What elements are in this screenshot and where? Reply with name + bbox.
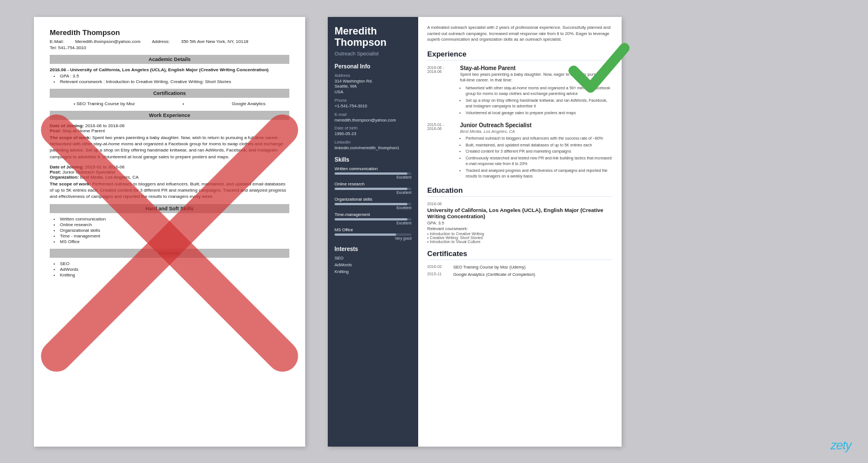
left-cert-1: Google Analytics bbox=[232, 101, 266, 106]
list-item: Networked with other stay-at-home moms a… bbox=[466, 85, 613, 97]
list-item: Built, maintained, and updated email dat… bbox=[466, 142, 613, 149]
list-item: Performed outreach to bloggers and influ… bbox=[466, 136, 613, 142]
list-item: Tracked and analyzed progress and effect… bbox=[466, 168, 613, 180]
exp-job-title: Junior Outreach Specialist bbox=[460, 122, 613, 128]
skill-bar-bg bbox=[335, 233, 411, 236]
skill-bar-bg bbox=[335, 172, 411, 175]
skill-name: Organizational skills bbox=[335, 197, 411, 202]
skill-bar-fill bbox=[335, 233, 396, 236]
left-certs-row: • SEO Training Course by Moz • Google An… bbox=[50, 101, 289, 106]
interest-item: SEO bbox=[335, 256, 411, 261]
edu-right-block: 2016-06 University of California, Los An… bbox=[427, 201, 613, 244]
left-address-label: Address: bbox=[152, 39, 170, 44]
list-item: Written communication bbox=[60, 217, 289, 222]
interest-item: Knitting bbox=[335, 269, 411, 274]
list-item: Created content for 3 different PR and m… bbox=[466, 149, 613, 155]
exp-details: Junior Outreach SpecialistBest Media, Lo… bbox=[460, 122, 613, 180]
exp-job-title: Stay-at-Home Parent bbox=[460, 65, 613, 71]
email-value: meredith.thompson@yahoo.com bbox=[335, 118, 411, 123]
left-contact-row: E-Mail: Meredith.thompson@yahoo.com Addr… bbox=[50, 39, 289, 44]
course-item: • Creative Writing: Short Stories bbox=[427, 236, 613, 240]
skill-bar-bg bbox=[335, 218, 411, 220]
left-work-0-date: Date of Joining: 2016-06 to 2018-06 bbox=[50, 123, 289, 128]
exp-bullets: Networked with other stay-at-home moms a… bbox=[466, 85, 613, 116]
skill-name: MS Office bbox=[335, 227, 411, 232]
skill-bar-fill bbox=[335, 172, 407, 175]
main-container: Meredith Thompson E-Mail: Meredith.thomp… bbox=[0, 0, 868, 463]
left-work-0-post: Post: Stay-at-Home Parent bbox=[50, 128, 289, 133]
skill-bar-bg bbox=[335, 203, 411, 205]
skill-rating: Excellent bbox=[335, 206, 411, 210]
list-item: Organizational skills bbox=[60, 228, 289, 233]
left-resume-wrapper: Meredith Thompson E-Mail: Meredith.thomp… bbox=[34, 17, 305, 447]
skill-name: Online research bbox=[335, 181, 411, 187]
list-item: Time - management bbox=[60, 233, 289, 239]
interests-list: SEOAdWordsKnitting bbox=[335, 256, 411, 274]
skill-rating: Very good bbox=[335, 236, 411, 240]
left-name: Meredith Thompson bbox=[50, 28, 289, 37]
left-interests-list: SEO AdWords Knitting bbox=[60, 261, 289, 278]
skill-name: Written communication bbox=[335, 166, 411, 171]
left-interests-header: Interests bbox=[50, 249, 289, 258]
skill-rating: Excellent bbox=[335, 221, 411, 225]
exp-details: Stay-at-Home ParentSpent two years paren… bbox=[460, 65, 613, 117]
skill-item: Written communicationExcellent bbox=[335, 166, 411, 179]
list-item: Knitting bbox=[60, 272, 289, 278]
list-item: Online research bbox=[60, 222, 289, 227]
skill-item: Time-managementExcellent bbox=[335, 212, 411, 225]
list-item: MS Office bbox=[60, 239, 289, 244]
cert-row: 2016-02SEO Training Course by Moz (Udemy… bbox=[427, 265, 613, 270]
left-work-1-desc: The scope of work: Performed outreach to… bbox=[50, 181, 289, 200]
list-item: Volunteered at local garage sales to pre… bbox=[466, 110, 613, 116]
exp-desc: Spent two years parenting a baby daughte… bbox=[460, 72, 613, 84]
exp-bullets: Performed outreach to bloggers and influ… bbox=[466, 136, 613, 180]
left-edu-gpa: GPA : 3.5 bbox=[60, 73, 289, 79]
exp-block: 2015-01 - 2016-06Junior Outreach Special… bbox=[427, 122, 613, 180]
email-label: E-mail bbox=[335, 112, 411, 117]
education-section-title: Education bbox=[427, 186, 613, 197]
exp-dates: 2016-06 - 2018-06 bbox=[427, 65, 455, 117]
certs-list: 2016-02SEO Training Course by Moz (Udemy… bbox=[427, 265, 613, 277]
candidate-title: Outreach Specialist bbox=[335, 51, 411, 57]
right-resume-wrapper: MeredithThompson Outreach Specialist Per… bbox=[328, 17, 622, 447]
exp-block: 2016-06 - 2018-06Stay-at-Home ParentSpen… bbox=[427, 65, 613, 117]
phone-label: Phone bbox=[335, 98, 411, 103]
exp-dates: 2015-01 - 2016-06 bbox=[427, 122, 455, 180]
skill-item: Organizational skillsExcellent bbox=[335, 197, 411, 210]
skill-bar-fill bbox=[335, 203, 407, 205]
skills-label: Skills bbox=[335, 157, 411, 163]
left-work-0: Date of Joining: 2016-06 to 2018-06 Post… bbox=[50, 123, 289, 160]
left-work-header: Work Experience bbox=[50, 111, 289, 120]
candidate-name: MeredithThompson bbox=[335, 26, 411, 49]
skills-bars: Written communicationExcellentOnline res… bbox=[335, 166, 411, 240]
left-academic-header: Academic Details bbox=[50, 55, 289, 64]
dob-value: 1990-05-23 bbox=[335, 131, 411, 137]
left-skills-header: Hard and Soft Skills bbox=[50, 204, 289, 213]
right-resume: MeredithThompson Outreach Specialist Per… bbox=[328, 17, 622, 447]
left-edu-title: 2016.06 - University of California, Los … bbox=[50, 67, 289, 72]
skill-item: Online researchExcellent bbox=[335, 181, 411, 194]
edu-coursework-label: Relevant coursework: bbox=[427, 226, 613, 231]
course-item: • Introduction to Visual Culture bbox=[427, 240, 613, 244]
left-edu-block: 2016.06 - University of California, Los … bbox=[50, 67, 289, 84]
address-value: 314 Washington Rd.Seattle, WAUSA bbox=[335, 79, 411, 95]
skill-rating: Excellent bbox=[335, 175, 411, 179]
linkedin-value: linkedin.com/meredith_thomphon1 bbox=[335, 145, 411, 151]
left-address: 350 5th Ave New York, NY, 10118 bbox=[181, 39, 248, 44]
exp-org: Best Media, Los Angeles, CA bbox=[460, 129, 613, 134]
left-resume: Meredith Thompson E-Mail: Meredith.thomp… bbox=[34, 17, 305, 447]
left-email-label: E-Mail: bbox=[50, 39, 64, 44]
cert-name: Google Analytics (Certificate of Complet… bbox=[453, 272, 535, 277]
interest-item: AdWords bbox=[335, 262, 411, 267]
linkedin-label: LinkedIn bbox=[335, 140, 411, 145]
skill-bar-bg bbox=[335, 188, 411, 190]
edu-gpa: GPA: 3.5 bbox=[427, 220, 613, 226]
personal-info-label: Personal Info bbox=[335, 63, 411, 70]
left-tel: Tel: 541-754-3010 bbox=[50, 45, 289, 50]
left-edu-coursework: Relevant coursework : Introduction to Cr… bbox=[60, 79, 289, 84]
summary-text: A motivated outreach specialist with 2 y… bbox=[427, 25, 613, 43]
cert-date: 2015-11 bbox=[427, 272, 449, 277]
left-work-1-post: Post: Junior Outreach Specialist bbox=[50, 170, 289, 175]
interests-label: Interests bbox=[335, 246, 411, 252]
address-label: Address bbox=[335, 73, 411, 78]
